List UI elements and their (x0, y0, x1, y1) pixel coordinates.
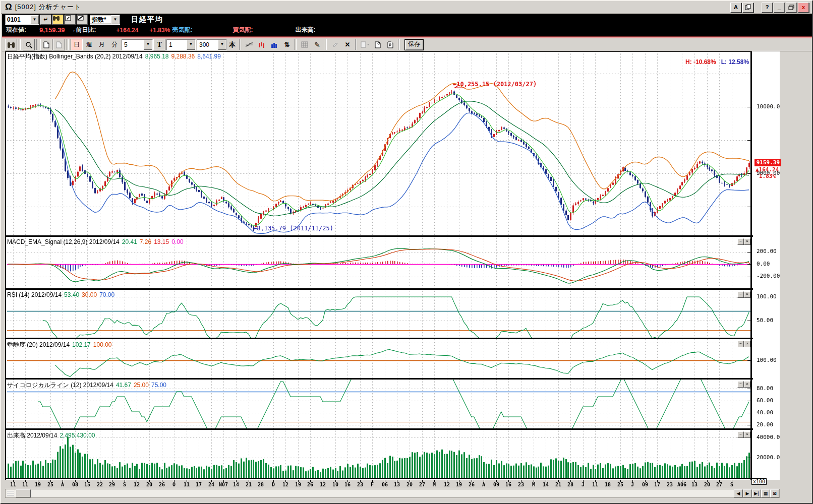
enter-button[interactable]: ↵ (40, 15, 51, 25)
delete-drawing-button[interactable]: ✕ (341, 39, 354, 50)
page-icon (375, 41, 381, 48)
zoom-button[interactable] (23, 39, 35, 50)
magnifier-icon (25, 41, 32, 48)
binoculars-icon (53, 15, 60, 21)
symbol-code-combo[interactable]: 0101 ▼ (5, 15, 39, 25)
high-change-label: H: -10.68% (685, 58, 716, 66)
scroll-close-button[interactable]: ⊠ (770, 489, 779, 497)
scrollbar-thumb[interactable] (16, 489, 31, 497)
category-combo[interactable]: 指数* ▼ (90, 15, 120, 25)
chevron-down-icon[interactable]: ▼ (111, 15, 120, 24)
bb-mid-value: 8,965.18 (145, 53, 169, 60)
main-panel-header: 日経平均(指数) Bollinger_Bands (20,2) 2012/09/… (7, 52, 221, 61)
text-tool-button[interactable]: T (153, 39, 165, 50)
restore-button[interactable] (786, 3, 797, 13)
low-change-label: L: 12.58% (721, 58, 749, 66)
price-label: 現在値: (6, 26, 26, 34)
compare-button[interactable] (5, 39, 17, 50)
restore-icon (788, 5, 794, 10)
period-week-button[interactable]: 週 (83, 39, 95, 50)
trough-annotation: ←8,135.79 (2011/11/25) (253, 225, 333, 232)
instrument-name: 日経平均 (131, 15, 163, 24)
current-price: 9,159.39 (39, 26, 65, 34)
bb-lower-value: 8,641.99 (197, 53, 221, 60)
resize-grip[interactable] (6, 489, 16, 497)
bid-label: 買気配: (233, 26, 253, 34)
eraser-slash-icon (77, 15, 84, 21)
deviation-close-button[interactable]: × (744, 341, 750, 347)
copy-page-button[interactable] (53, 39, 65, 50)
current-price-tag: 9159.39 (754, 159, 781, 166)
period-month-button[interactable]: 月 (96, 39, 108, 50)
deviation-minimize-button[interactable]: − (737, 341, 744, 347)
diff-label: →前日比: (70, 26, 96, 34)
symbol-code-value: 0101 (6, 16, 30, 23)
minute-interval-value: 5 (122, 41, 144, 48)
rsi-close-button[interactable]: × (744, 291, 750, 298)
price-diff: +164.24 (117, 27, 139, 34)
layout-copy-button[interactable] (359, 39, 371, 50)
chart-toolbar: 日 週 月 分 5 ▼ T 1 ▼ 300 ▼ 本 ⇅ (2, 38, 812, 51)
bar-count-value: 300 (197, 41, 218, 48)
rsi-panel-header: RSI (14) 2012/09/1453.4030.0070.00 (7, 291, 114, 298)
edit-button[interactable] (65, 15, 76, 25)
help-button[interactable]: ? (762, 3, 773, 13)
copy-icon (745, 4, 751, 10)
chart-canvas[interactable] (5, 51, 780, 488)
red-candles-icon (258, 41, 265, 48)
window-buttons: A ? _ x (729, 3, 809, 13)
chart-area: 日経平均(指数) Bollinger_Bands (20,2) 2012/09/… (5, 51, 780, 488)
line-chart-type-button[interactable] (243, 39, 255, 50)
clear-button[interactable] (77, 15, 88, 25)
template-page-button[interactable] (372, 39, 384, 50)
scroll-end-button[interactable]: ▶| (752, 489, 761, 497)
period-minute-button[interactable]: 分 (108, 39, 121, 50)
minimize-button[interactable]: _ (774, 3, 785, 13)
psychological-close-button[interactable]: × (744, 381, 750, 388)
duplicate-window-button[interactable] (742, 3, 753, 13)
save-button[interactable]: 保存 (404, 39, 424, 50)
draw-tool-button[interactable]: ✎ (311, 39, 323, 50)
volume-minimize-button[interactable]: − (737, 431, 744, 438)
period-day-button[interactable]: 日 (71, 39, 83, 50)
macd-close-button[interactable]: × (744, 238, 750, 245)
scale-updown-button[interactable]: ⇅ (281, 39, 293, 50)
candle-chart-type-button[interactable] (256, 39, 268, 50)
chevron-down-icon[interactable]: ▼ (30, 15, 39, 24)
scroll-right-button[interactable]: ▶ (743, 489, 752, 497)
template-page2-button[interactable] (384, 39, 396, 50)
new-page-button[interactable] (40, 39, 52, 50)
pencil-icon: ✎ (314, 41, 320, 49)
binoculars-icon (8, 41, 15, 48)
tick-unit-value: 1 (167, 41, 187, 48)
horizontal-scrollbar[interactable]: ◀ ▶ ▶| ▦ ⊠ (5, 489, 780, 498)
deviation-panel-header: 乖離度 (20) 2012/09/14102.17100.00 (7, 341, 111, 349)
volume-close-button[interactable]: × (744, 431, 750, 438)
line-chart-icon (245, 42, 253, 48)
psychological-panel-header: サイコロジカルライン (12) 2012/09/1441.6725.0075.0… (7, 381, 166, 390)
bar-chart-type-button[interactable] (268, 39, 280, 50)
current-price-diff: ▲164.24 (756, 166, 779, 173)
title-bar[interactable]: Ω [5002] 分析チャート (1, 1, 812, 14)
scrollbar-track[interactable] (31, 489, 734, 497)
grid-toggle-button[interactable] (299, 39, 311, 50)
psychological-minimize-button[interactable]: − (737, 381, 744, 388)
window-title: [5002] 分析チャート (15, 3, 82, 12)
macd-minimize-button[interactable]: − (737, 238, 744, 245)
chevron-down-icon[interactable]: ▼ (187, 40, 195, 50)
eraser-button[interactable] (329, 39, 341, 50)
scroll-left-button[interactable]: ◀ (734, 489, 743, 497)
minute-interval-select[interactable]: 5 ▼ (122, 39, 153, 50)
bar-count-select[interactable]: 300 ▼ (197, 39, 227, 50)
bb-upper-value: 9,288.36 (171, 53, 195, 60)
tick-unit-select[interactable]: 1 ▼ (166, 39, 196, 50)
high-low-change: H: -10.68%L: 12.58% (685, 58, 749, 66)
chevron-down-icon[interactable]: ▼ (218, 40, 226, 50)
scroll-grid-button[interactable]: ▦ (761, 489, 770, 497)
chevron-down-icon[interactable]: ▼ (144, 40, 152, 50)
page-dim-icon (56, 41, 62, 48)
search-binoculars-button[interactable] (52, 15, 64, 25)
close-button[interactable]: x (798, 3, 809, 13)
font-button[interactable]: A (730, 3, 741, 13)
rsi-minimize-button[interactable]: − (737, 291, 744, 298)
